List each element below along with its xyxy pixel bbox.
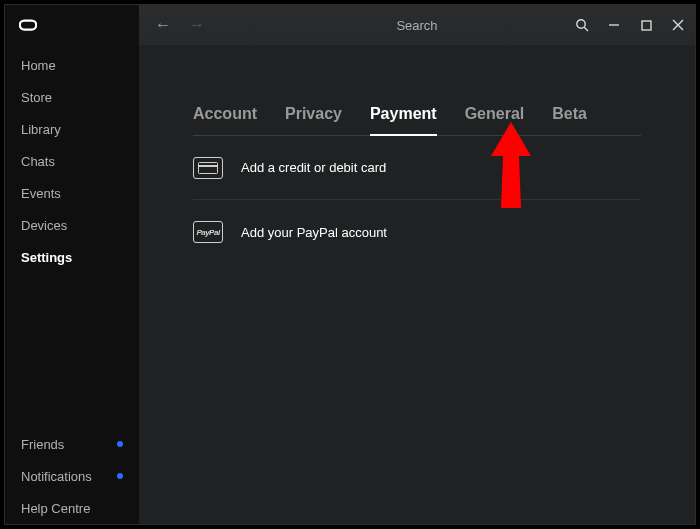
svg-point-1 — [577, 20, 585, 28]
add-paypal-option[interactable]: PayPal Add your PayPal account — [193, 200, 641, 264]
app-frame: Home Store Library Chats Events Devices … — [4, 4, 696, 525]
nav-arrows: ← → — [149, 16, 205, 34]
svg-rect-7 — [199, 162, 218, 173]
sidebar-item-label: Friends — [21, 437, 64, 452]
sidebar: Home Store Library Chats Events Devices … — [5, 5, 139, 524]
sidebar-item-label: Library — [21, 122, 61, 137]
svg-line-2 — [584, 27, 588, 31]
add-paypal-label: Add your PayPal account — [241, 225, 387, 240]
add-card-label: Add a credit or debit card — [241, 160, 386, 175]
sidebar-item-library[interactable]: Library — [5, 113, 139, 145]
add-card-option[interactable]: Add a credit or debit card — [193, 136, 641, 200]
svg-rect-4 — [642, 21, 651, 30]
sidebar-item-settings[interactable]: Settings — [5, 241, 139, 273]
svg-rect-0 — [20, 21, 37, 30]
tab-payment[interactable]: Payment — [370, 105, 437, 123]
sidebar-item-devices[interactable]: Devices — [5, 209, 139, 241]
oculus-logo — [5, 5, 139, 45]
tab-beta[interactable]: Beta — [552, 105, 587, 123]
settings-tabs: Account Privacy Payment General Beta — [193, 105, 641, 136]
search-icon[interactable] — [575, 18, 589, 32]
svg-rect-8 — [199, 165, 218, 167]
forward-arrow-icon[interactable]: → — [189, 16, 205, 34]
sidebar-item-chats[interactable]: Chats — [5, 145, 139, 177]
notification-dot — [117, 473, 123, 479]
notification-dot — [117, 441, 123, 447]
sidebar-item-home[interactable]: Home — [5, 49, 139, 81]
sidebar-nav: Home Store Library Chats Events Devices … — [5, 45, 139, 273]
tab-privacy[interactable]: Privacy — [285, 105, 342, 123]
search-input[interactable]: Search — [396, 18, 437, 33]
sidebar-item-label: Devices — [21, 218, 67, 233]
sidebar-item-notifications[interactable]: Notifications — [5, 460, 139, 492]
topbar: ← → Search — [139, 5, 695, 45]
sidebar-item-events[interactable]: Events — [5, 177, 139, 209]
sidebar-item-label: Store — [21, 90, 52, 105]
sidebar-spacer — [5, 273, 139, 428]
paypal-icon: PayPal — [193, 221, 223, 243]
main-area: ← → Search Account — [139, 5, 695, 524]
credit-card-icon — [193, 157, 223, 179]
sidebar-item-friends[interactable]: Friends — [5, 428, 139, 460]
sidebar-item-label: Settings — [21, 250, 72, 265]
sidebar-item-label: Notifications — [21, 469, 92, 484]
close-icon[interactable] — [671, 18, 685, 32]
back-arrow-icon[interactable]: ← — [155, 16, 171, 34]
tab-account[interactable]: Account — [193, 105, 257, 123]
sidebar-item-store[interactable]: Store — [5, 81, 139, 113]
sidebar-item-help-centre[interactable]: Help Centre — [5, 492, 139, 524]
sidebar-item-label: Events — [21, 186, 61, 201]
sidebar-bottom-nav: Friends Notifications Help Centre — [5, 428, 139, 524]
content: Account Privacy Payment General Beta Add… — [139, 45, 695, 264]
sidebar-item-label: Help Centre — [21, 501, 90, 516]
window-controls — [575, 18, 685, 32]
minimize-icon[interactable] — [607, 18, 621, 32]
tab-general[interactable]: General — [465, 105, 525, 123]
sidebar-item-label: Home — [21, 58, 56, 73]
sidebar-item-label: Chats — [21, 154, 55, 169]
maximize-icon[interactable] — [639, 18, 653, 32]
